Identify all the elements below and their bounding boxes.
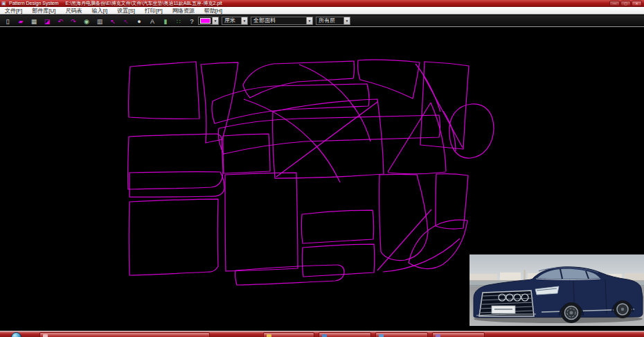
select-arrow-button[interactable]: ↖ xyxy=(107,16,118,26)
app-name: Pattern Design System xyxy=(9,1,59,6)
grid-tool-button[interactable]: ∷ xyxy=(173,16,184,26)
save-button[interactable]: ▦ xyxy=(28,16,39,26)
rear-wheel xyxy=(614,300,632,318)
undo-button[interactable]: ↶ xyxy=(55,16,66,26)
help-button[interactable]: ? xyxy=(186,16,197,26)
chevron-down-icon: ▼ xyxy=(241,17,247,24)
menu-item-5[interactable]: 设置[S] xyxy=(112,7,140,15)
unit-dropdown-value: 厘米 xyxy=(222,17,241,24)
task-window-5[interactable] xyxy=(432,332,485,337)
mouse-tool-button[interactable]: ● xyxy=(134,16,145,26)
task-window-4[interactable] xyxy=(375,332,428,337)
minimize-button[interactable]: — xyxy=(609,1,620,6)
pattern-piece[interactable] xyxy=(379,174,428,260)
open-folder-icon: ▰ xyxy=(19,18,24,25)
fabric-dropdown[interactable]: 全部面料 ▼ xyxy=(251,17,313,25)
task-window-5-icon xyxy=(436,334,440,337)
app-icon: ▣ xyxy=(1,1,7,6)
window-title: Pattern Design System E:\黑海丹电脑备份\E\博克文件\… xyxy=(9,0,222,7)
chevron-down-icon: ▼ xyxy=(343,17,350,24)
color-dropdown[interactable]: ▼ xyxy=(198,17,219,25)
pattern-piece[interactable] xyxy=(225,173,298,271)
zoom-tool-button[interactable]: ◉ xyxy=(81,16,92,26)
task-window-2-icon xyxy=(267,334,271,337)
pattern-piece[interactable] xyxy=(243,61,355,98)
maximize-button[interactable]: ▢ xyxy=(620,1,631,6)
new-file-icon: ▯ xyxy=(6,18,10,25)
import-folder-icon: ◪ xyxy=(44,18,51,25)
taskbar xyxy=(0,331,644,337)
pattern-seam-line[interactable] xyxy=(377,209,431,270)
text-tool-icon: A xyxy=(150,18,154,25)
menu-item-3[interactable]: 尺码表 xyxy=(61,7,87,15)
text-tool-button[interactable]: A xyxy=(147,16,158,26)
pattern-piece[interactable] xyxy=(129,172,224,197)
pattern-seam-line[interactable] xyxy=(415,64,440,112)
color-swatch xyxy=(200,18,211,24)
select-arrow-alt-button[interactable]: ↖ xyxy=(120,16,132,26)
menu-item-1[interactable]: 文件[F] xyxy=(0,7,27,15)
open-folder-button[interactable]: ▰ xyxy=(15,16,26,26)
menu-item-6[interactable]: 打印[P] xyxy=(140,7,168,15)
chevron-down-icon: ▼ xyxy=(306,17,312,24)
delete-trash-button[interactable]: ▥ xyxy=(94,16,105,26)
task-window-1[interactable] xyxy=(39,332,210,337)
menu-item-2[interactable]: 部件库[U] xyxy=(27,7,60,15)
pattern-piece[interactable] xyxy=(358,60,420,98)
pattern-piece[interactable] xyxy=(420,62,469,149)
menu-bar: 文件[F]部件库[U]尺码表输入[I]设置[S]打印[P]网络资源帮助[H] xyxy=(0,7,644,15)
pattern-seam-line[interactable] xyxy=(299,64,370,141)
pattern-piece[interactable] xyxy=(301,210,373,243)
zoom-tool-icon: ◉ xyxy=(84,18,89,25)
grid-tool-icon: ∷ xyxy=(177,18,181,25)
window-controls: — ▢ ✕ xyxy=(609,1,642,6)
pattern-seam-line[interactable] xyxy=(383,239,460,272)
pattern-seam-line[interactable] xyxy=(388,103,431,172)
task-window-3[interactable] xyxy=(319,332,371,337)
close-button[interactable]: ✕ xyxy=(632,1,642,6)
menu-item-8[interactable]: 帮助[H] xyxy=(199,7,227,15)
save-icon: ▦ xyxy=(31,18,37,25)
car-mirror xyxy=(530,279,537,282)
select-arrow-alt-icon: ↖ xyxy=(123,18,129,25)
task-window-3-icon xyxy=(322,334,327,337)
pattern-piece[interactable] xyxy=(201,62,238,143)
front-wheel xyxy=(561,302,582,323)
pattern-piece[interactable] xyxy=(302,244,374,277)
pattern-piece[interactable] xyxy=(129,199,218,275)
unit-dropdown[interactable]: 厘米 ▼ xyxy=(222,17,248,25)
select-arrow-icon: ↖ xyxy=(110,18,116,25)
task-window-1-icon xyxy=(43,334,48,337)
task-window-2[interactable] xyxy=(263,332,314,337)
pattern-piece[interactable] xyxy=(223,134,270,173)
help-icon: ? xyxy=(190,18,193,25)
title-bar: ▣ Pattern Design System E:\黑海丹电脑备份\E\博克文… xyxy=(0,0,644,7)
undo-icon: ↶ xyxy=(57,18,63,25)
delete-trash-icon: ▥ xyxy=(97,18,103,25)
redo-button[interactable]: ↷ xyxy=(68,16,79,26)
chevron-down-icon: ▼ xyxy=(212,17,218,24)
measure-tool-button[interactable]: ▮ xyxy=(160,16,171,26)
mouse-tool-icon: ● xyxy=(137,18,141,25)
toolbar: ▯▰▦◪↶↷◉▥↖↖●A▮∷? ▼ 厘米 ▼ 全部面料 ▼ 所有层 ▼ xyxy=(0,15,644,27)
pattern-piece[interactable] xyxy=(129,62,199,119)
reference-photo[interactable] xyxy=(469,254,644,326)
fabric-dropdown-value: 全部面料 xyxy=(251,17,306,24)
redo-icon: ↷ xyxy=(71,18,76,25)
new-file-button[interactable]: ▯ xyxy=(2,16,13,26)
pattern-seam-line[interactable] xyxy=(423,75,463,148)
import-folder-button[interactable]: ◪ xyxy=(42,16,53,26)
menu-item-4[interactable]: 输入[I] xyxy=(87,7,113,15)
layer-dropdown-value: 所有层 xyxy=(316,17,343,24)
task-window-4-icon xyxy=(379,334,384,337)
document-path: E:\黑海丹电脑备份\E\博克文件\文件\汽车坐垫\奥迪11款A8L五座-博克2… xyxy=(66,1,222,6)
start-button[interactable] xyxy=(11,332,21,337)
measure-tool-icon: ▮ xyxy=(164,18,168,25)
app-window: ▣ Pattern Design System E:\黑海丹电脑备份\E\博克文… xyxy=(0,0,644,337)
layer-dropdown[interactable]: 所有层 ▼ xyxy=(316,17,350,25)
menu-item-7[interactable]: 网络资源 xyxy=(168,7,199,15)
